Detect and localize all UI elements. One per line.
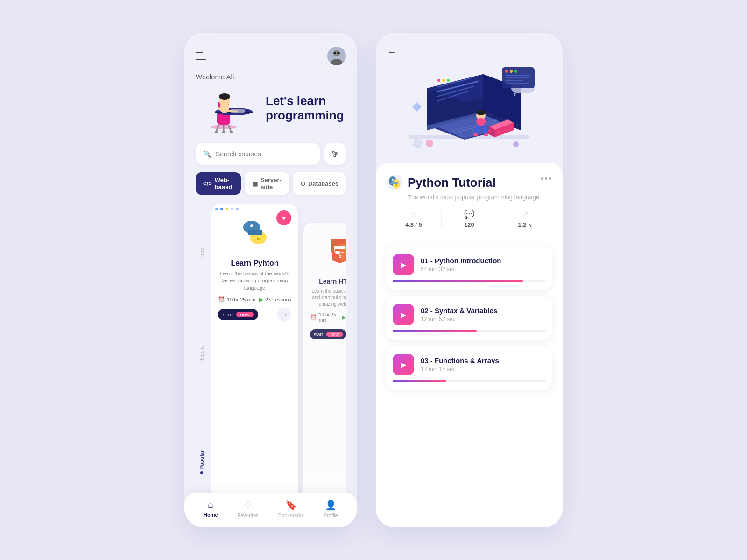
stat-shares: ↗ 1.2 k: [497, 209, 552, 228]
nav-profile-label: Profile: [324, 512, 338, 518]
cards-scroll: ♥ Learn Pyhton Learn the basi: [211, 204, 346, 527]
progress-bar-2: [393, 330, 546, 332]
card-footer-html5: start now →: [310, 327, 346, 341]
stat-rating: ☆ 4.8 / 5: [386, 209, 442, 228]
svg-point-30: [250, 224, 253, 227]
clock-icon-2: ⏰: [310, 314, 317, 321]
course-card-html5: ♥ 5 Learn HTML5 Learn the basics of HTML…: [303, 223, 346, 527]
label-free: Free: [199, 248, 204, 259]
svg-point-87: [513, 141, 519, 147]
course-title: Python Tutorial: [408, 175, 496, 190]
lesson-duration-2: 12 min 57 sec: [421, 316, 546, 322]
svg-text:5: 5: [338, 253, 341, 259]
svg-rect-84: [412, 138, 423, 149]
arrow-button-python[interactable]: →: [277, 308, 291, 322]
svg-point-20: [222, 131, 225, 133]
nav-favorites[interactable]: ♡ Favorites: [238, 499, 259, 518]
nav-bookmarks-label: Bookmarks: [278, 512, 304, 518]
progress-bar-3: [393, 380, 546, 382]
card-footer-python: start now →: [218, 308, 291, 322]
python-badge-icon: [386, 174, 403, 191]
play-button-2[interactable]: ▶: [393, 304, 414, 325]
label-popular: Popular: [199, 450, 204, 469]
svg-point-92: [392, 179, 394, 181]
svg-point-31: [257, 238, 260, 240]
card-meta-html5: ⏰ 10 hr 25 min ▶ 23 Lessons: [310, 312, 346, 322]
lesson-duration-3: 17 min 14 sec: [421, 366, 546, 372]
tab-server-side[interactable]: ▦ Server-side: [245, 172, 289, 195]
welcome-text: Weclome Ali,: [196, 73, 346, 81]
comment-icon: 💬: [464, 209, 474, 219]
course-title-group: Python Tutorial: [386, 174, 496, 191]
hero-illustration: [196, 83, 261, 134]
play-button-3[interactable]: ▶: [393, 354, 414, 375]
progress-fill-3: [393, 380, 446, 382]
hero-image-area: [376, 65, 563, 168]
card-lessons-html5: ▶ 23 Lessons: [342, 312, 346, 322]
databases-icon: ⊙: [300, 180, 305, 187]
nav-profile[interactable]: 👤 Profile: [324, 499, 338, 518]
home-icon: ⌂: [208, 499, 213, 510]
search-row: 🔍: [196, 143, 346, 165]
nav-bookmarks[interactable]: 🔖 Bookmarks: [278, 499, 304, 518]
lesson-row-3: ▶ 03 - Functions & Arrays 17 min 14 sec: [393, 354, 546, 375]
cards-area: Free Recent Popular ♥: [196, 204, 346, 527]
more-options-button[interactable]: •••: [541, 174, 552, 184]
tab-databases[interactable]: ⊙ Databases: [293, 172, 346, 195]
lesson-item-2: ▶ 02 - Syntax & Variables 12 min 57 sec: [386, 296, 552, 340]
lesson-row-2: ▶ 02 - Syntax & Variables 12 min 57 sec: [393, 304, 546, 325]
content-card: Python Tutorial ••• The world's most pop…: [376, 163, 563, 527]
card-title-html5: Learn HTML5: [310, 278, 346, 285]
category-tabs: </> Web-based ▦ Server-side ⊙ Databases: [196, 172, 346, 195]
shares-value: 1.2 k: [518, 221, 532, 228]
right-phone: ←: [376, 33, 563, 527]
hero-title: Let's learn programming: [266, 94, 344, 123]
svg-point-77: [505, 70, 508, 73]
profile-icon: 👤: [325, 499, 337, 511]
svg-point-78: [510, 70, 513, 73]
stats-row: ☆ 4.8 / 5 💬 120 ↗ 1.2 k: [386, 209, 552, 236]
start-button-html5[interactable]: start now: [310, 329, 346, 339]
search-box[interactable]: 🔍: [196, 143, 320, 165]
rating-value: 4.8 / 5: [405, 221, 422, 228]
svg-point-57: [442, 79, 445, 82]
svg-rect-4: [337, 52, 340, 54]
nav-home[interactable]: ⌂ Home: [204, 499, 218, 518]
nav-favorites-label: Favorites: [238, 512, 259, 518]
card-desc-python: Learn the basics of the world's fastest …: [218, 270, 291, 292]
play-button-1[interactable]: ▶: [393, 254, 414, 275]
start-button-python[interactable]: start now: [218, 309, 258, 320]
lesson-info-2: 02 - Syntax & Variables 12 min 57 sec: [421, 307, 546, 322]
card-title-python: Learn Pyhton: [218, 259, 291, 267]
filter-button[interactable]: [324, 143, 346, 165]
phone-header: [196, 47, 346, 65]
tab-web-based[interactable]: </> Web-based: [196, 172, 241, 195]
comments-value: 120: [464, 221, 474, 228]
bookmarks-icon: 🔖: [285, 499, 297, 511]
search-input[interactable]: [216, 150, 312, 158]
svg-point-13: [219, 93, 230, 100]
favorite-button-python[interactable]: ♥: [276, 210, 291, 225]
card-desc-html5: Learn the basics of HTML5 and start buil…: [310, 288, 346, 308]
hamburger-menu[interactable]: [196, 52, 206, 60]
progress-fill-1: [393, 280, 523, 282]
active-indicator: [200, 471, 203, 474]
card-meta-python: ⏰ 10 hr 25 min ▶ 23 Lessons: [218, 296, 291, 303]
star-icon: ☆: [410, 209, 417, 219]
web-based-icon: </>: [203, 180, 212, 187]
html5-illustration: 5: [310, 230, 346, 272]
back-button[interactable]: ←: [387, 47, 396, 57]
lesson-title-3: 03 - Functions & Arrays: [421, 357, 546, 364]
avatar[interactable]: [327, 47, 346, 65]
svg-point-25: [335, 153, 337, 155]
lesson-row-1: ▶ 01 - Python Introduction 54 min 32 sec: [393, 254, 546, 275]
right-header: ←: [376, 33, 563, 65]
bottom-nav: ⌂ Home ♡ Favorites 🔖 Bookmarks 👤 Profile: [184, 493, 357, 527]
hero-section: Let's learn programming: [196, 83, 346, 134]
svg-rect-3: [333, 52, 336, 54]
lesson-info-1: 01 - Python Introduction 54 min 32 sec: [421, 257, 546, 273]
progress-fill-2: [393, 330, 477, 332]
svg-point-58: [447, 79, 450, 82]
course-subtitle: The world's most popular programming lan…: [408, 194, 552, 201]
svg-point-71: [484, 133, 488, 136]
